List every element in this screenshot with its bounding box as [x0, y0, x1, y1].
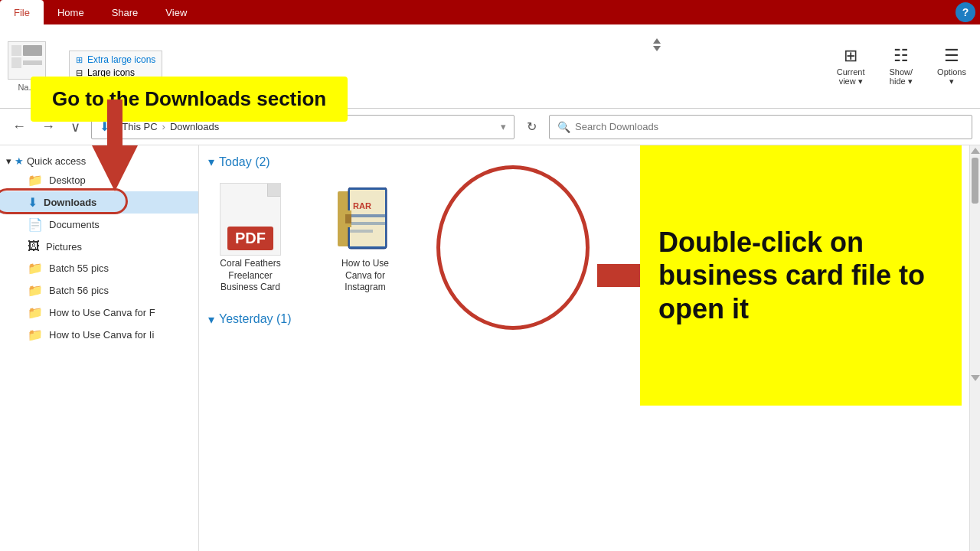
chevron-down-icon: ▾ — [6, 155, 11, 167]
file-item-winrar[interactable]: RAR How to Use Canva for Instagram — [323, 178, 407, 300]
svg-rect-8 — [350, 230, 373, 233]
pictures-icon: 🖼 — [28, 240, 40, 253]
sidebar-item-documents-label: Documents — [49, 219, 100, 230]
address-separator2: › — [162, 121, 165, 132]
scroll-up-btn[interactable] — [971, 148, 980, 154]
tab-view[interactable]: View — [152, 0, 201, 24]
callout-right: Double-click on business card file to op… — [640, 145, 962, 406]
options-arrow: ▾ — [949, 77, 954, 86]
sidebar-item-batch55[interactable]: 📁 Batch 55 pics — [0, 257, 198, 279]
today-label: Today (2) — [219, 155, 270, 169]
winrar-icon-wrapper: RAR — [331, 184, 400, 253]
pdf-badge: PDF — [227, 227, 273, 250]
star-icon: ★ — [15, 155, 24, 167]
file-area: ▾ Today (2) PDF Coral Feathers Freelance… — [199, 145, 969, 551]
folder-icon-batch56: 📁 — [28, 283, 43, 298]
winrar-file-icon: RAR — [335, 184, 396, 253]
svg-text:RAR: RAR — [353, 201, 371, 210]
main-area: ▾ ★ Quick access 📁 Desktop ⬇ Downloads 📄… — [0, 145, 980, 551]
yesterday-chevron-icon: ▾ — [208, 312, 214, 327]
sidebar-item-documents[interactable]: 📄 Documents — [0, 214, 198, 236]
folder-icon-batch55: 📁 — [28, 261, 43, 276]
search-icon: 🔍 — [557, 121, 570, 133]
callout-banner: Go to the Downloads section — [31, 77, 348, 122]
current-view-label2: view ▾ — [839, 77, 863, 86]
sidebar-item-batch56[interactable]: 📁 Batch 56 pics — [0, 279, 198, 302]
sidebar-item-canva2[interactable]: 📁 How to Use Canva for Ii — [0, 324, 198, 346]
address-chevron-icon: ▾ — [501, 121, 506, 132]
scrollbar-thumb[interactable] — [972, 158, 978, 204]
scroll-down-btn[interactable] — [971, 375, 980, 381]
sidebar-item-canva2-label: How to Use Canva for Ii — [49, 329, 154, 341]
ribbon-right-buttons: ⊞ Current view ▾ ☷ Show/ hide ▾ ☰ Option… — [831, 43, 972, 90]
nav-pane-icon — [8, 41, 46, 80]
options-btn[interactable]: ☰ Options ▾ — [931, 43, 972, 90]
sidebar-item-downloads-label: Downloads — [44, 197, 96, 208]
svg-rect-10 — [345, 214, 351, 223]
layout-scroll[interactable] — [652, 38, 662, 51]
quick-access-label: Quick access — [27, 155, 86, 167]
folder-icon-desktop: 📁 — [28, 173, 43, 187]
svg-rect-6 — [350, 214, 385, 217]
layout-extra-large[interactable]: ⊞ Extra large icons — [76, 54, 155, 65]
pdf-file-label: Coral Feathers Freelancer Business Card — [214, 258, 286, 294]
folder-icon-canva2: 📁 — [28, 328, 43, 342]
sidebar-item-batch55-label: Batch 55 pics — [49, 262, 109, 274]
pdf-file-icon: PDF — [220, 183, 281, 256]
nav-arrow-indicator — [84, 99, 145, 194]
file-item-pdf[interactable]: PDF Coral Feathers Freelancer Business C… — [208, 178, 292, 300]
svg-marker-0 — [92, 99, 138, 191]
sidebar-item-downloads[interactable]: ⬇ Downloads — [0, 191, 198, 214]
svg-rect-4 — [350, 190, 385, 246]
options-icon: ☰ — [944, 46, 959, 66]
sidebar-item-canva1-label: How to Use Canva for F — [49, 307, 155, 318]
show-hide-label: Show/ — [890, 67, 913, 77]
yesterday-label: Yesterday (1) — [219, 312, 292, 326]
winrar-file-label: How to Use Canva for Instagram — [329, 258, 401, 294]
current-view-btn[interactable]: ⊞ Current view ▾ — [831, 43, 871, 90]
refresh-button[interactable]: ↻ — [521, 116, 543, 137]
back-button[interactable]: ← — [8, 117, 31, 136]
ribbon-content: Na... ⊞ Extra large icons ⊟ Large icons … — [0, 24, 980, 109]
layout-extra-large-label: Extra large icons — [87, 54, 155, 65]
tab-file[interactable]: File — [0, 0, 44, 24]
svg-rect-7 — [350, 222, 385, 225]
folder-icon-canva1: 📁 — [28, 305, 43, 320]
doc-icon: 📄 — [28, 217, 43, 232]
callout-right-text: Double-click on business card file to op… — [658, 226, 943, 325]
search-input[interactable] — [575, 121, 964, 132]
sidebar: ▾ ★ Quick access 📁 Desktop ⬇ Downloads 📄… — [0, 145, 199, 551]
search-box[interactable]: 🔍 — [549, 115, 972, 139]
ribbon-tabs-bar: File Home Share View ? — [0, 0, 980, 24]
tab-home[interactable]: Home — [44, 0, 98, 24]
show-hide-label2: hide ▾ — [890, 77, 913, 86]
address-downloads: Downloads — [170, 121, 219, 132]
pdf-icon-wrapper: PDF — [216, 184, 285, 253]
sidebar-item-pictures[interactable]: 🖼 Pictures — [0, 236, 198, 257]
show-hide-icon: ☷ — [893, 46, 909, 66]
tab-share[interactable]: Share — [98, 0, 152, 24]
show-hide-btn[interactable]: ☷ Show/ hide ▾ — [884, 43, 920, 90]
download-icon: ⬇ — [28, 195, 38, 210]
current-view-icon: ⊞ — [844, 46, 858, 66]
current-view-label: Current — [837, 67, 865, 77]
today-chevron-icon: ▾ — [208, 155, 214, 169]
sidebar-item-batch56-label: Batch 56 pics — [49, 285, 109, 296]
scrollbar[interactable] — [969, 145, 980, 551]
sidebar-item-desktop-label: Desktop — [49, 174, 86, 186]
sidebar-item-canva1[interactable]: 📁 How to Use Canva for F — [0, 302, 198, 324]
sidebar-item-pictures-label: Pictures — [46, 241, 82, 253]
options-label: Options — [937, 67, 966, 77]
user-avatar: ? — [956, 2, 975, 22]
